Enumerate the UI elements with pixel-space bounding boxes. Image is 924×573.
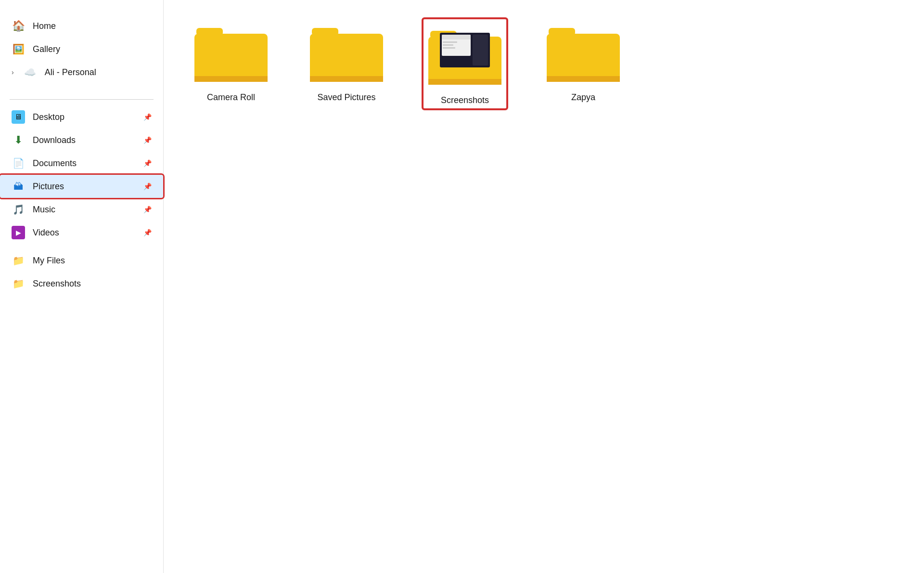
sidebar-item-desktop[interactable]: Desktop 📌 [0, 105, 163, 129]
pin-icon-documents: 📌 [143, 159, 152, 167]
gallery-icon [12, 42, 25, 56]
folder-label-saved-pictures: Saved Pictures [317, 92, 375, 103]
svg-rect-13 [443, 41, 457, 43]
folder-icon-saved-pictures [308, 19, 385, 87]
sidebar-item-home[interactable]: Home [0, 14, 163, 38]
pin-icon-music: 📌 [143, 206, 152, 213]
svg-rect-2 [194, 76, 268, 82]
sidebar-bottom-section: My Files Screenshots [0, 249, 163, 295]
svg-rect-14 [443, 44, 453, 46]
sidebar-item-screenshots-bottom[interactable]: Screenshots [0, 272, 163, 295]
pin-icon-videos: 📌 [143, 229, 152, 236]
pin-icon-downloads: 📌 [143, 136, 152, 144]
sidebar: Home Gallery › Ali - Personal Desktop 📌 … [0, 0, 164, 573]
pictures-icon [12, 180, 25, 193]
documents-icon [12, 156, 25, 170]
folder-label-screenshots: Screenshots [441, 95, 489, 105]
sidebar-label-music: Music [33, 205, 55, 215]
sidebar-label-ali-personal: Ali - Personal [45, 67, 96, 78]
desktop-icon [12, 110, 25, 124]
sidebar-label-home: Home [33, 21, 56, 31]
sidebar-item-myfiles[interactable]: My Files [0, 249, 163, 272]
sidebar-item-downloads[interactable]: Downloads 📌 [0, 129, 163, 152]
svg-rect-12 [473, 35, 488, 65]
folder-label-zapya: Zapya [571, 92, 595, 103]
home-icon [12, 19, 25, 33]
folder-icon-zapya [545, 19, 622, 87]
sidebar-label-desktop: Desktop [33, 112, 64, 122]
pin-icon-desktop: 📌 [143, 113, 152, 121]
sidebar-label-downloads: Downloads [33, 135, 76, 145]
main-content: Camera Roll Saved Pictures [164, 0, 924, 573]
sidebar-label-pictures: Pictures [33, 182, 64, 192]
folder-icon-camera-roll [192, 19, 270, 87]
sidebar-label-documents: Documents [33, 158, 77, 169]
sidebar-item-music[interactable]: Music 📌 [0, 198, 163, 221]
chevron-right-icon: › [12, 68, 14, 76]
svg-rect-15 [443, 47, 455, 49]
myfiles-icon [12, 254, 25, 267]
folder-zapya[interactable]: Zapya [545, 19, 622, 103]
svg-rect-1 [194, 34, 268, 82]
folders-grid: Camera Roll Saved Pictures [192, 19, 895, 108]
svg-rect-11 [442, 35, 471, 39]
sidebar-label-screenshots: Screenshots [33, 279, 81, 289]
folder-saved-pictures[interactable]: Saved Pictures [308, 19, 385, 103]
cloud-icon [24, 65, 37, 79]
svg-rect-8 [428, 79, 501, 85]
svg-rect-5 [310, 76, 383, 82]
sidebar-label-videos: Videos [33, 228, 59, 238]
folder-camera-roll[interactable]: Camera Roll [192, 19, 270, 103]
folder-screenshots[interactable]: Screenshots [424, 19, 506, 108]
sidebar-divider [10, 99, 154, 100]
sidebar-label-myfiles: My Files [33, 256, 65, 266]
sidebar-top-nav: Home Gallery › Ali - Personal [0, 10, 163, 93]
videos-icon [12, 226, 25, 239]
svg-rect-18 [547, 76, 620, 82]
pin-icon-pictures: 📌 [143, 182, 152, 190]
sidebar-pinned-section: Desktop 📌 Downloads 📌 Documents 📌 Pictur… [0, 105, 163, 244]
sidebar-label-gallery: Gallery [33, 44, 60, 54]
screenshots-sidebar-icon [12, 277, 25, 290]
svg-rect-4 [310, 34, 383, 82]
svg-rect-17 [547, 34, 620, 82]
sidebar-item-videos[interactable]: Videos 📌 [0, 221, 163, 244]
sidebar-item-gallery[interactable]: Gallery [0, 38, 163, 61]
sidebar-item-pictures[interactable]: Pictures 📌 [0, 175, 163, 198]
sidebar-item-ali-personal[interactable]: › Ali - Personal [0, 61, 163, 84]
music-icon [12, 203, 25, 216]
sidebar-item-documents[interactable]: Documents 📌 [0, 152, 163, 175]
folder-label-camera-roll: Camera Roll [207, 92, 255, 103]
downloads-icon [12, 133, 25, 147]
folder-icon-screenshots [426, 22, 503, 90]
